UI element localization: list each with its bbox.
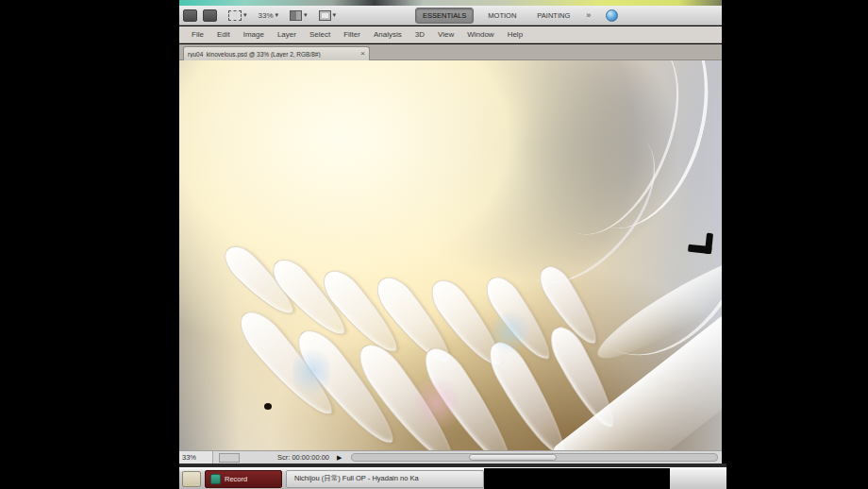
iridescent-highlight: [491, 306, 528, 359]
recorder-button-label: Record: [225, 475, 247, 483]
recorder-app-icon: [210, 474, 221, 484]
menu-image[interactable]: Image: [237, 28, 271, 41]
status-bar: 33% Scr: 00:00:00:00 ▶: [179, 450, 722, 464]
document-canvas[interactable]: [179, 60, 722, 450]
video-frame: ▾ 33% ▾ ▾ ▾ ESSENTIALS MOTION PAINTING »: [0, 0, 868, 489]
chevron-down-icon: ▾: [243, 11, 247, 19]
menu-bar: File Edit Image Layer Select Filter Anal…: [179, 26, 722, 43]
document-tab-title: ryu04_kinovelous.psd @ 33% (Layer 2, RGB…: [188, 51, 357, 58]
workspace-painting-button[interactable]: PAINTING: [530, 8, 576, 23]
menu-edit[interactable]: Edit: [210, 28, 237, 41]
menu-3d[interactable]: 3D: [409, 28, 431, 41]
application-bar: ▾ 33% ▾ ▾ ▾ ESSENTIALS MOTION PAINTING »: [179, 6, 722, 25]
menu-analysis[interactable]: Analysis: [367, 28, 409, 41]
arrange-documents-control[interactable]: ▾: [290, 10, 308, 21]
workspace-motion-button[interactable]: MOTION: [481, 8, 523, 23]
status-flyout-arrow[interactable]: ▶: [337, 454, 342, 462]
menu-filter[interactable]: Filter: [337, 28, 367, 41]
black-censor-rectangle: [484, 468, 670, 489]
chevron-down-icon: ▾: [275, 11, 279, 19]
taskbar-tray-area: [670, 468, 726, 489]
menu-help[interactable]: Help: [501, 28, 529, 41]
screen-mode-control[interactable]: ▾: [319, 10, 337, 21]
iridescent-highlight: [415, 372, 459, 434]
black-dot-mark: [264, 403, 272, 410]
recorder-taskbar-button[interactable]: Record: [205, 470, 282, 488]
menu-window[interactable]: Window: [460, 28, 500, 41]
iridescent-highlight: [292, 344, 330, 400]
close-icon[interactable]: ×: [360, 50, 365, 58]
workspace-overflow-button[interactable]: »: [586, 10, 591, 20]
chevron-down-icon: ▾: [333, 11, 337, 19]
view-extras-icon: [228, 10, 242, 21]
photoshop-window: ▾ 33% ▾ ▾ ▾ ESSENTIALS MOTION PAINTING »: [179, 0, 722, 467]
menu-layer[interactable]: Layer: [271, 28, 303, 41]
status-zoom-field[interactable]: 33%: [179, 451, 213, 464]
arrange-documents-icon: [290, 10, 302, 21]
menu-view[interactable]: View: [431, 28, 460, 41]
document-tab[interactable]: ryu04_kinovelous.psd @ 33% (Layer 2, RGB…: [183, 46, 370, 60]
screen-mode-icon: [319, 10, 331, 21]
status-zoom-value: 33%: [182, 453, 196, 462]
video-window-title: Nichijou (日常) Full OP - Hyadain no Ka: [294, 474, 419, 483]
taskbar: Record Nichijou (日常) Full OP - Hyadain n…: [179, 467, 726, 489]
status-doc-info: Scr: 00:00:00:00: [277, 453, 329, 462]
workspace-essentials-button[interactable]: ESSENTIALS: [415, 8, 474, 24]
view-extras-control[interactable]: ▾: [228, 10, 247, 21]
menu-select[interactable]: Select: [303, 28, 337, 41]
zoom-level-control[interactable]: 33% ▾: [259, 11, 279, 20]
chevron-down-icon: ▾: [304, 11, 308, 19]
cs-live-icon[interactable]: [606, 9, 618, 22]
scrollbar-thumb[interactable]: [469, 454, 557, 461]
status-panel-box: [219, 453, 240, 463]
video-window-taskbar-button[interactable]: Nichijou (日常) Full OP - Hyadain no Ka: [286, 470, 484, 488]
zoom-level-value: 33%: [259, 11, 274, 20]
document-tab-strip: ryu04_kinovelous.psd @ 33% (Layer 2, RGB…: [179, 44, 722, 60]
taskbar-start-icon[interactable]: [182, 471, 201, 487]
workspace-switcher: ESSENTIALS MOTION PAINTING »: [415, 8, 618, 24]
bridge-icon[interactable]: [183, 9, 197, 22]
black-bracket-mark: [688, 231, 713, 254]
menu-file[interactable]: File: [185, 28, 210, 41]
horizontal-scrollbar[interactable]: [351, 453, 718, 462]
extras-panel-icon[interactable]: [203, 9, 217, 22]
